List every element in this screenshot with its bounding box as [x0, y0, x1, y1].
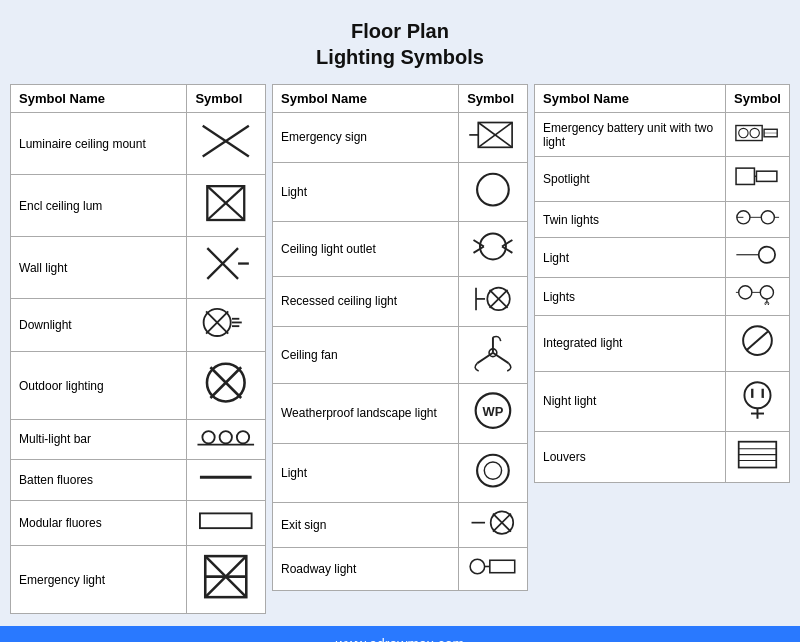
table-row: Outdoor lighting	[11, 352, 266, 419]
emerg-sign-icon	[467, 118, 519, 152]
table-row: Roadway light	[273, 548, 528, 591]
svg-line-79	[747, 332, 768, 350]
t2-sym-2	[459, 222, 528, 277]
t2-name-0: Emergency sign	[273, 113, 459, 163]
t1-name-6: Batten fluores	[11, 460, 187, 501]
t1-sym-4	[187, 352, 266, 419]
table-row: Modular fluores	[11, 500, 266, 546]
t2-name-6: Light	[273, 443, 459, 502]
t2-name-4: Ceiling fan	[273, 326, 459, 384]
table-row: Emergency light	[11, 546, 266, 613]
t3-sym-5	[726, 316, 790, 371]
svg-point-70	[759, 247, 775, 263]
table-row: Encl ceiling lum	[11, 175, 266, 237]
outdoor-icon	[195, 357, 257, 408]
table-row: Multi-light bar	[11, 419, 266, 460]
emerg-light-icon	[195, 551, 257, 602]
table-row: Batten fluores	[11, 460, 266, 501]
table-1: Symbol Name Symbol Luminaire ceiling mou…	[10, 84, 266, 614]
svg-point-31	[477, 174, 509, 206]
light-circle-icon	[467, 168, 519, 211]
t1-sym-7	[187, 500, 266, 546]
t1-name-5: Multi-light bar	[11, 419, 187, 460]
louvers-icon	[734, 437, 781, 472]
twin-icon	[734, 207, 781, 228]
t1-sym-5	[187, 419, 266, 460]
t1-name-0: Luminaire ceiling mount	[11, 113, 187, 175]
table-row: Exit sign	[273, 502, 528, 547]
table-row: Wall light	[11, 237, 266, 299]
svg-point-20	[237, 431, 249, 443]
svg-line-36	[502, 247, 512, 253]
t1-name-1: Encl ceiling lum	[11, 175, 187, 237]
svg-point-49	[484, 461, 501, 478]
spotlight-icon	[734, 162, 781, 191]
t3-header-name: Symbol Name	[535, 85, 726, 113]
roadway-icon	[467, 553, 519, 580]
weatherproof-icon: WP	[467, 389, 519, 432]
t3-name-2: Twin lights	[535, 201, 726, 238]
t2-name-5: Weatherproof landscape light	[273, 384, 459, 443]
table-row: Weatherproof landscape light WP	[273, 384, 528, 443]
svg-point-72	[739, 286, 752, 299]
t2-sym-7	[459, 502, 528, 547]
t3-sym-6	[726, 371, 790, 431]
exit-sign-icon	[467, 508, 519, 537]
svg-text:WP: WP	[483, 405, 504, 420]
t1-sym-6	[187, 460, 266, 501]
t1-name-4: Outdoor lighting	[11, 352, 187, 419]
multibar-icon	[195, 425, 257, 450]
light-circle2-icon	[467, 449, 519, 492]
t3-name-5: Integrated light	[535, 316, 726, 371]
t3-name-6: Night light	[535, 371, 726, 431]
light-small-icon	[734, 243, 781, 266]
t2-sym-0	[459, 113, 528, 163]
t1-header-symbol: Symbol	[187, 85, 266, 113]
t1-name-7: Modular fluores	[11, 500, 187, 546]
t2-name-3: Recessed ceiling light	[273, 276, 459, 326]
t1-sym-3	[187, 299, 266, 352]
table-row: Spotlight	[535, 157, 790, 202]
svg-point-18	[203, 431, 215, 443]
t2-sym-8	[459, 548, 528, 591]
t3-header-symbol: Symbol	[726, 85, 790, 113]
t3-name-1: Spotlight	[535, 157, 726, 202]
table-row: Ceiling fan	[273, 326, 528, 384]
svg-rect-22	[200, 513, 252, 528]
table-row: Light	[273, 162, 528, 221]
table-row: Lights	[535, 277, 790, 316]
t2-name-2: Ceiling light outlet	[273, 222, 459, 277]
downlight-icon	[195, 304, 257, 341]
t1-sym-1	[187, 175, 266, 237]
svg-rect-63	[756, 171, 776, 181]
tables-row: Symbol Name Symbol Luminaire ceiling mou…	[10, 84, 790, 614]
table-row: Recessed ceiling light	[273, 276, 528, 326]
table-row: Ceiling light outlet	[273, 222, 528, 277]
table-row: Night light	[535, 371, 790, 431]
lights-icon	[734, 283, 781, 306]
encl-ceil-icon	[195, 180, 257, 226]
table-row: Louvers	[535, 431, 790, 482]
footer: www.edrawmax.com	[0, 626, 800, 642]
integrated-icon	[734, 321, 781, 360]
ceil-outlet-icon	[467, 227, 519, 266]
t1-sym-0	[187, 113, 266, 175]
emerg-batt-icon	[734, 118, 781, 146]
t3-sym-0	[726, 113, 790, 157]
title-section: Floor Plan Lighting Symbols	[10, 18, 790, 70]
svg-point-80	[744, 382, 770, 408]
t2-sym-6	[459, 443, 528, 502]
page-wrapper: Floor Plan Lighting Symbols Symbol Name …	[0, 0, 800, 614]
table-2: Symbol Name Symbol Emergency sign	[272, 84, 528, 591]
t3-sym-1	[726, 157, 790, 202]
wall-light-icon	[195, 242, 257, 288]
t3-sym-3	[726, 238, 790, 277]
ceil-fan-icon	[467, 332, 519, 374]
svg-point-67	[761, 211, 774, 224]
t3-name-3: Light	[535, 238, 726, 277]
t3-name-7: Louvers	[535, 431, 726, 482]
table-3: Symbol Name Symbol Emergency battery uni…	[534, 84, 790, 483]
t2-sym-5: WP	[459, 384, 528, 443]
page-title: Floor Plan Lighting Symbols	[10, 18, 790, 70]
lum-ceil-icon	[195, 118, 257, 164]
